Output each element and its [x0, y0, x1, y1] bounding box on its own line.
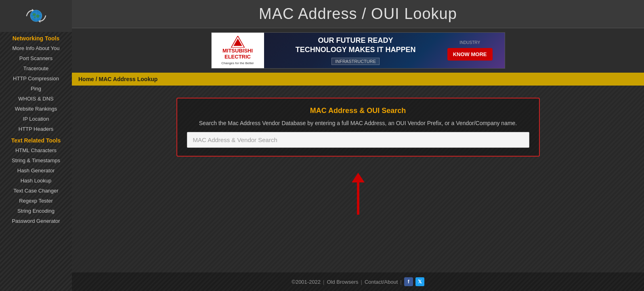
svg-point-9 — [34, 17, 36, 19]
arrow-indicator — [80, 161, 636, 239]
ad-brand-tagline: Changes for the Better — [221, 61, 254, 65]
ad-content-area: OUR FUTURE READY TECHNOLOGY MAKES IT HAP… — [264, 36, 505, 65]
sidebar-item-hash-generator[interactable]: Hash Generator — [0, 165, 72, 176]
text-section-title: Text Related Tools — [0, 134, 72, 145]
content-area: MAC Address & OUI Search Search the Mac … — [72, 86, 644, 272]
sidebar-item-string-timestamps[interactable]: String & Timestamps — [0, 155, 72, 165]
sidebar-item-text-case-changer[interactable]: Text Case Changer — [0, 186, 72, 196]
ad-brand-name: MITSUBISHIELECTRIC — [222, 48, 253, 60]
sidebar-item-port-scanners[interactable]: Port Scanners — [0, 53, 72, 63]
sidebar-item-http-headers[interactable]: HTTP Headers — [0, 124, 72, 134]
copyright-text: ©2001-2022 — [292, 279, 321, 285]
sidebar-item-password-generator[interactable]: Password Generator — [0, 216, 72, 226]
sidebar-item-website-rankings[interactable]: Website Rankings — [0, 104, 72, 114]
ad-right-section: INDUSTRY KNOW MORE — [441, 40, 499, 61]
sidebar: Networking Tools More Info About You Por… — [0, 0, 72, 291]
footer-divider-2: | — [361, 279, 362, 285]
search-box-description: Search the Mac Address Vendor Database b… — [187, 120, 529, 126]
arrow-head-icon — [352, 173, 365, 182]
search-input[interactable] — [187, 132, 529, 148]
sidebar-item-traceroute[interactable]: Traceroute — [0, 63, 72, 73]
page-header: MAC Address / OUI Lookup — [72, 0, 644, 28]
sidebar-item-string-encoding[interactable]: String Encoding — [0, 206, 72, 216]
svg-point-7 — [32, 13, 36, 16]
twitter-icon[interactable]: 𝕏 — [415, 277, 424, 286]
contact-about-link[interactable]: Contact/About — [365, 279, 398, 285]
networking-section-title: Networking Tools — [0, 32, 72, 43]
ad-cta-button[interactable]: KNOW MORE — [447, 48, 493, 61]
sidebar-item-ping[interactable]: Ping — [0, 84, 72, 94]
mitsubishi-logo-icon — [230, 36, 246, 48]
sidebar-item-whois-dns[interactable]: WHOIS & DNS — [0, 94, 72, 104]
ad-logo: MITSUBISHIELECTRIC Changes for the Bette… — [212, 33, 264, 68]
breadcrumb-text: Home / MAC Address Lookup — [78, 76, 157, 82]
sidebar-item-http-compression[interactable]: HTTP Compression — [0, 73, 72, 84]
sidebar-item-hash-lookup[interactable]: Hash Lookup — [0, 176, 72, 186]
sidebar-item-regexp-tester[interactable]: Regexp Tester — [0, 196, 72, 206]
svg-point-8 — [36, 15, 39, 18]
ad-industry-label: INDUSTRY — [459, 40, 480, 45]
logo-area — [0, 0, 72, 32]
main-content: MAC Address / OUI Lookup MITSUBISHIELECT… — [72, 0, 644, 291]
search-box: MAC Address & OUI Search Search the Mac … — [176, 98, 540, 157]
old-browsers-link[interactable]: Old Browsers — [327, 279, 358, 285]
footer-divider-1: | — [323, 279, 324, 285]
sidebar-item-ip-location[interactable]: IP Location — [0, 114, 72, 124]
sidebar-item-html-characters[interactable]: HTML Characters — [0, 145, 72, 155]
breadcrumb: Home / MAC Address Lookup — [72, 73, 644, 86]
ad-box: MITSUBISHIELECTRIC Changes for the Bette… — [211, 32, 505, 69]
ad-banner-area: MITSUBISHIELECTRIC Changes for the Bette… — [72, 28, 644, 73]
globe-icon — [22, 5, 50, 27]
arrow-line-icon — [357, 182, 359, 215]
ad-headline: OUR FUTURE READY TECHNOLOGY MAKES IT HAP… — [296, 36, 416, 55]
search-box-title: MAC Address & OUI Search — [187, 107, 529, 115]
red-arrow-container — [352, 173, 365, 215]
footer-divider-3: | — [400, 279, 401, 285]
page-title: MAC Address / OUI Lookup — [259, 5, 457, 23]
facebook-icon[interactable]: f — [404, 277, 413, 286]
svg-marker-11 — [233, 39, 242, 46]
ad-tag: INFRASTRUCTURE — [331, 58, 380, 65]
footer: ©2001-2022 | Old Browsers | Contact/Abou… — [72, 272, 644, 291]
sidebar-item-more-info[interactable]: More Info About You — [0, 43, 72, 53]
